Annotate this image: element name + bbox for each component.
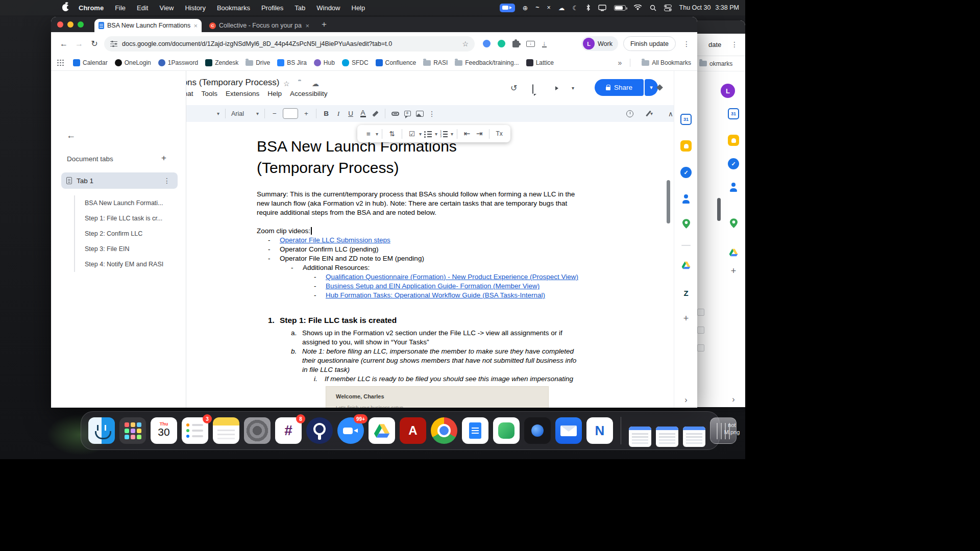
- link-operator-file-llc[interactable]: Operator File LLC Submission steps: [280, 236, 390, 245]
- control-center-icon[interactable]: [664, 4, 672, 12]
- minimized-window-3[interactable]: [683, 427, 705, 447]
- close-window-button[interactable]: [57, 21, 63, 28]
- align-icon[interactable]: ≡: [362, 130, 375, 138]
- menu-edit[interactable]: Edit: [131, 4, 154, 12]
- toolbar-more-icon[interactable]: ⋮: [426, 110, 438, 118]
- extensions-puzzle-icon[interactable]: [512, 41, 519, 47]
- dark-circle-app-icon[interactable]: [524, 417, 551, 444]
- menu-app-name[interactable]: Chrome: [73, 4, 109, 12]
- italic-icon[interactable]: I: [332, 110, 345, 118]
- insert-link-icon[interactable]: [389, 112, 401, 116]
- bookmark-onelogin[interactable]: OneLogin: [115, 59, 151, 66]
- numbered-list-icon[interactable]: [437, 131, 450, 137]
- bookmark-hub[interactable]: Hub: [314, 59, 335, 66]
- increase-indent-icon[interactable]: ⇥: [473, 129, 485, 138]
- chevron-right-icon[interactable]: ›: [728, 394, 739, 405]
- reload-button[interactable]: ↻: [87, 39, 102, 48]
- plus-icon[interactable]: +: [728, 265, 739, 277]
- tasks-icon[interactable]: ✓: [680, 167, 692, 178]
- menu-history[interactable]: History: [179, 4, 211, 12]
- underline-icon[interactable]: U: [345, 110, 357, 117]
- zoom-app-icon[interactable]: 99+: [337, 417, 364, 444]
- expand-panel-icon[interactable]: ›: [680, 394, 692, 406]
- finder-icon[interactable]: [88, 417, 115, 444]
- share-button[interactable]: Share: [595, 79, 644, 96]
- sidebar-tab-1[interactable]: Tab 1 ⋮: [61, 172, 178, 189]
- insert-image-icon[interactable]: [413, 111, 426, 117]
- bookmark-folder-drive[interactable]: Drive: [246, 59, 270, 66]
- maps-icon[interactable]: [728, 217, 739, 229]
- outline-item-step4[interactable]: Step 4: Notify EM and RASI: [75, 257, 180, 272]
- bulleted-list-icon[interactable]: [422, 131, 434, 137]
- green-extension-icon[interactable]: [498, 40, 505, 47]
- step1-heading[interactable]: 1.Step 1: File LLC task is created: [257, 315, 580, 325]
- bookmark-1password[interactable]: 1Password: [158, 59, 198, 66]
- apps-grid-icon[interactable]: [57, 60, 64, 66]
- docs-menu-tools[interactable]: Tools: [198, 90, 222, 97]
- all-bookmarks-fragment[interactable]: okmarks: [709, 60, 732, 67]
- meet-dropdown-icon[interactable]: ▾: [572, 85, 574, 91]
- link-hub-formation-tasks[interactable]: Hub Formation Tasks: Operational Workflo…: [326, 291, 545, 300]
- onepassword-icon[interactable]: [306, 417, 333, 444]
- version-history-icon[interactable]: ↺: [510, 83, 517, 93]
- wifi-icon[interactable]: [633, 4, 642, 12]
- reminders-icon[interactable]: 3: [182, 417, 208, 444]
- menu-view[interactable]: View: [154, 4, 179, 12]
- add-tab-icon[interactable]: +: [161, 153, 166, 163]
- finish-update-button[interactable]: Finish update: [623, 36, 676, 51]
- list-item-i[interactable]: i.If member LLC is ready to be filed you…: [257, 374, 580, 384]
- list-item[interactable]: -Additional Resources:: [257, 263, 580, 272]
- n-app-icon[interactable]: N: [586, 417, 613, 444]
- drive-addon-icon[interactable]: [680, 260, 692, 271]
- link-business-setup-guide[interactable]: Business Setup and EIN Application Guide…: [326, 282, 540, 291]
- x-utility-icon[interactable]: ×: [547, 4, 551, 12]
- menu-profiles[interactable]: Profiles: [256, 4, 289, 12]
- mail-icon[interactable]: [555, 417, 582, 444]
- get-addons-icon[interactable]: +: [680, 313, 692, 324]
- increase-font-icon[interactable]: +: [300, 110, 312, 117]
- minimize-window-button[interactable]: [67, 21, 74, 28]
- minimized-window-2[interactable]: [656, 427, 678, 447]
- list-item[interactable]: -Operator File LLC Submission steps: [257, 236, 580, 245]
- keep-icon[interactable]: [680, 140, 692, 152]
- list-item-a[interactable]: a.Shows up in the Formation v2 section u…: [257, 329, 580, 347]
- acrobat-icon[interactable]: A: [400, 417, 426, 444]
- minimized-window-1[interactable]: [629, 427, 651, 447]
- decrease-indent-icon[interactable]: ⇤: [461, 129, 473, 138]
- site-settings-icon[interactable]: [110, 41, 117, 47]
- cloud-status-icon[interactable]: ☁: [312, 80, 319, 88]
- maps-icon[interactable]: [680, 218, 692, 229]
- list-item[interactable]: -Qualification Questionnaire (Formation)…: [257, 272, 580, 282]
- google-drive-icon[interactable]: [369, 417, 395, 444]
- decrease-font-icon[interactable]: −: [268, 110, 281, 117]
- star-document-icon[interactable]: ☆: [283, 80, 290, 88]
- menu-help[interactable]: Help: [346, 4, 371, 12]
- bookmark-star-icon[interactable]: ☆: [462, 40, 469, 48]
- cloud-icon[interactable]: ☁: [558, 4, 565, 12]
- google-docs-icon[interactable]: [462, 417, 488, 444]
- close-tab-icon[interactable]: ×: [305, 22, 309, 30]
- calendar-app-icon[interactable]: Thu30: [151, 417, 177, 444]
- blue-extension-icon[interactable]: [483, 40, 491, 47]
- docs-menu-help[interactable]: Help: [263, 90, 286, 97]
- globe-icon[interactable]: ⊕: [523, 4, 528, 12]
- tilde-icon[interactable]: ~: [535, 4, 539, 12]
- slack-icon[interactable]: #8: [275, 417, 302, 444]
- all-bookmarks-button[interactable]: All Bookmarks: [642, 59, 691, 66]
- share-dropdown-button[interactable]: ▾: [645, 79, 658, 96]
- outline-item-step2[interactable]: Step 2: Confirm LLC: [75, 226, 180, 241]
- menu-file[interactable]: File: [109, 4, 131, 12]
- text-color-icon[interactable]: A: [357, 110, 369, 117]
- bookmark-sfdc[interactable]: SFDC: [342, 59, 369, 66]
- launchpad-icon[interactable]: [119, 417, 146, 444]
- notes-icon[interactable]: [213, 417, 239, 444]
- checklist-icon[interactable]: ☑: [406, 130, 418, 138]
- bookmark-calendar[interactable]: Calendar: [73, 59, 108, 66]
- link-qualification-questionnaire[interactable]: Qualification Questionnaire (Formation) …: [326, 272, 578, 282]
- tab-options-icon[interactable]: ⋮: [161, 177, 173, 185]
- back-button[interactable]: ←: [56, 39, 71, 48]
- list-item[interactable]: -Business Setup and EIN Application Guid…: [257, 282, 580, 291]
- bookmark-folder-feedback[interactable]: Feedback/training...: [455, 59, 519, 66]
- bookmark-confluence[interactable]: Confluence: [376, 59, 416, 66]
- bookmark-zendesk[interactable]: Zendesk: [205, 59, 238, 66]
